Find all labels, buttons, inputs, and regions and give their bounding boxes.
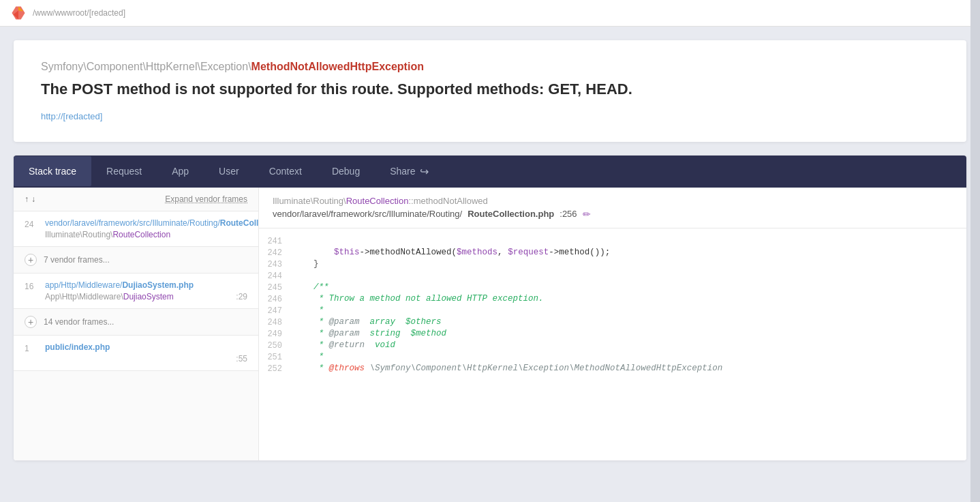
code-line: 242 $this->methodNotAllowed($methods, $r…	[259, 247, 966, 259]
code-line: 248 * @param array $others	[259, 316, 966, 328]
frame-class: Illuminate\Routing\RouteCollection	[45, 230, 170, 239]
expand-vendor-btn-2[interactable]: +	[25, 316, 37, 328]
left-panel: ↑ ↓ Expand vendor frames 24 vendor/larav…	[14, 188, 259, 460]
error-card: Symfony\Component\HttpKernel\Exception\M…	[14, 40, 966, 142]
frame-class-line: Illuminate\Routing\RouteCollection :256	[45, 230, 259, 239]
code-location-class: Illuminate\Routing\RouteCollection::meth…	[273, 196, 953, 206]
code-location: Illuminate\Routing\RouteCollection::meth…	[259, 188, 966, 228]
code-location-file: vendor/laravel/framework/src/Illuminate/…	[273, 209, 953, 220]
tab-stack-trace[interactable]: Stack trace	[14, 156, 91, 186]
expand-vendor-link[interactable]: Expand vendor frames	[165, 194, 247, 204]
code-block: 241 242 $this->methodNotAllowed($methods…	[259, 228, 966, 381]
frame-content: app/Http/Middleware/DujiaoSystem.php App…	[45, 280, 247, 301]
frame-number: 24	[25, 220, 38, 229]
table-row[interactable]: 24 vendor/laravel/framework/src/Illumina…	[14, 211, 258, 247]
bottom-panel: Stack trace Request App User Context Deb…	[14, 156, 966, 460]
exception-message: The POST method is not supported for thi…	[41, 80, 939, 100]
code-line: 247 *	[259, 305, 966, 316]
scrollbar[interactable]	[970, 0, 980, 474]
tab-app[interactable]: App	[157, 156, 204, 186]
code-line: 241	[259, 235, 966, 247]
share-icon: ↪	[420, 165, 429, 178]
sort-up-icon[interactable]: ↑	[25, 194, 29, 204]
frame-line-num: :55	[236, 354, 247, 364]
frame-content: public/index.php :55	[45, 342, 247, 364]
frame-file: app/Http/Middleware/DujiaoSystem.php	[45, 280, 247, 290]
code-line: 252 * @throws \Symfony\Component\HttpKer…	[259, 363, 966, 374]
code-line: 249 * @param string $method	[259, 328, 966, 340]
code-line: 243 }	[259, 259, 966, 270]
expand-vendor-btn-1[interactable]: +	[25, 254, 37, 266]
code-line: 250 * @return void	[259, 340, 966, 351]
frame-class-line: :55	[45, 354, 247, 364]
code-line: 251 *	[259, 351, 966, 363]
left-panel-header: ↑ ↓ Expand vendor frames	[14, 188, 258, 211]
top-url: /www/wwwroot/[redacted]	[33, 8, 125, 18]
panel-body: ↑ ↓ Expand vendor frames 24 vendor/larav…	[14, 188, 966, 460]
vendor-frames-text-1: 7 vendor frames...	[44, 255, 110, 265]
frame-line-num: :29	[236, 292, 247, 301]
sort-down-icon[interactable]: ↓	[31, 194, 35, 204]
right-panel: Illuminate\Routing\RouteCollection::meth…	[259, 188, 966, 460]
code-line: 246 * Throw a method not allowed HTTP ex…	[259, 293, 966, 305]
tab-user[interactable]: User	[204, 156, 254, 186]
top-bar: /www/wwwroot/[redacted]	[0, 0, 980, 27]
tab-request[interactable]: Request	[91, 156, 157, 186]
tab-share[interactable]: Share ↪	[375, 156, 443, 188]
frame-number: 16	[25, 282, 38, 291]
table-row[interactable]: 1 public/index.php :55	[14, 336, 258, 371]
code-line: 244	[259, 270, 966, 282]
frame-content: vendor/laravel/framework/src/Illuminate/…	[45, 218, 259, 239]
vendor-frames-group-2: + 14 vendor frames...	[14, 309, 258, 336]
logo-icon	[11, 5, 26, 20]
vendor-frames-group-1: + 7 vendor frames...	[14, 247, 258, 274]
exception-url[interactable]: http://[redacted]	[41, 111, 102, 121]
edit-icon[interactable]: ✏	[583, 209, 591, 220]
frame-file: vendor/laravel/framework/src/Illuminate/…	[45, 218, 259, 228]
tab-context[interactable]: Context	[254, 156, 317, 186]
frame-class-line: App\Http\Middleware\DujiaoSystem :29	[45, 292, 247, 301]
frame-class: App\Http\Middleware\DujiaoSystem	[45, 292, 174, 301]
vendor-frames-text-2: 14 vendor frames...	[44, 317, 114, 327]
frame-number: 1	[25, 344, 38, 353]
sort-arrows: ↑ ↓	[25, 194, 35, 204]
code-line: 245 /**	[259, 282, 966, 293]
tabs-bar: Stack trace Request App User Context Deb…	[14, 156, 966, 188]
tab-debug[interactable]: Debug	[317, 156, 375, 186]
table-row[interactable]: 16 app/Http/Middleware/DujiaoSystem.php …	[14, 274, 258, 309]
frame-file: public/index.php	[45, 342, 247, 352]
exception-class: Symfony\Component\HttpKernel\Exception\M…	[41, 61, 939, 73]
